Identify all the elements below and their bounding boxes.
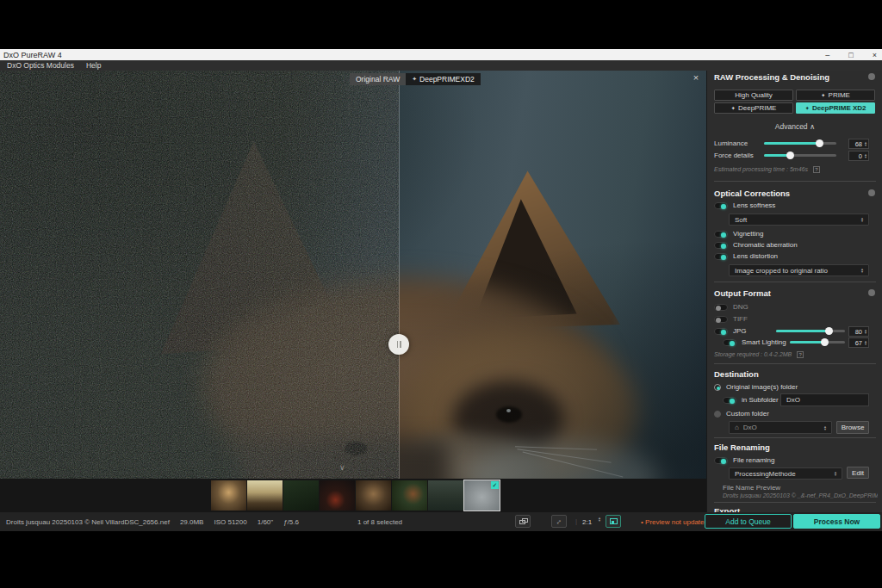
compare-split-handle[interactable] bbox=[388, 334, 409, 355]
process-now-button[interactable]: Process Now bbox=[793, 514, 880, 529]
minimize-button[interactable]: – bbox=[825, 51, 829, 59]
thumbnail-7[interactable] bbox=[428, 480, 463, 511]
custom-folder-radio[interactable] bbox=[714, 411, 721, 418]
zoom-level[interactable]: 2:1 bbox=[582, 518, 592, 526]
maximize-button[interactable]: □ bbox=[848, 51, 853, 59]
image-compare-view[interactable]: Original RAW ✦ DeepPRIMEXD2 × ∨ bbox=[0, 71, 706, 479]
close-compare-icon[interactable]: × bbox=[689, 72, 703, 84]
subfolder-label: in Subfolder bbox=[742, 396, 779, 404]
file-name-preview-label: File Name Preview bbox=[723, 484, 780, 492]
raw-processing-reset-icon[interactable] bbox=[868, 73, 875, 80]
jpg-toggle[interactable] bbox=[714, 328, 728, 335]
fit-screen-button[interactable]: ↕ bbox=[551, 515, 567, 528]
storage-text: Storage required : 0.4-2.2MB bbox=[714, 351, 792, 357]
thumbnail-2[interactable] bbox=[247, 480, 283, 511]
lens-softness-dropdown[interactable]: Soft ▲▼ bbox=[729, 214, 869, 226]
thumbnail-4[interactable] bbox=[320, 480, 355, 511]
renaming-method-dropdown[interactable]: ProcessingMethode ▲▼ bbox=[729, 467, 842, 480]
stepper-down-icon[interactable]: ▼ bbox=[864, 156, 867, 158]
stepper-down-icon[interactable]: ▼ bbox=[864, 331, 867, 334]
custom-folder-dropdown[interactable]: ⌂ DxO ▲▼ bbox=[729, 421, 832, 434]
menu-dxo-optics-modules[interactable]: DxO Optics Modules bbox=[7, 61, 74, 70]
stepper-down-icon[interactable]: ▼ bbox=[864, 144, 867, 146]
status-bar: Droits jusquau 20250103 © Neil VillardDS… bbox=[0, 512, 882, 531]
storage-required: Storage required : 0.4-2.2MB ? bbox=[714, 351, 804, 358]
dng-toggle[interactable] bbox=[714, 304, 728, 311]
file-renaming-toggle[interactable] bbox=[714, 457, 728, 464]
jpg-quality-slider[interactable] bbox=[776, 330, 845, 332]
distortion-toggle[interactable] bbox=[714, 253, 728, 260]
chromatic-label: Chromatic aberration bbox=[733, 241, 798, 249]
preview-placement-button[interactable] bbox=[606, 515, 621, 528]
advanced-toggle[interactable]: Advanced ∧ bbox=[707, 122, 882, 131]
close-button[interactable]: × bbox=[873, 51, 877, 59]
processed-label[interactable]: ✦ DeepPRIMEXD2 bbox=[406, 73, 481, 85]
original-raw-label[interactable]: Original RAW bbox=[350, 73, 406, 85]
subfolder-value: DxO bbox=[786, 396, 800, 404]
processing-time-estimate: Estimated processing time : 5m46s ? bbox=[714, 166, 820, 173]
dng-label: DNG bbox=[733, 303, 748, 311]
add-to-queue-button[interactable]: Add to Queue bbox=[705, 514, 792, 529]
distortion-dropdown[interactable]: Image cropped to original ratio ▲▼ bbox=[729, 264, 869, 276]
help-icon[interactable]: ? bbox=[813, 166, 820, 173]
selected-check-icon: ✓ bbox=[491, 481, 499, 489]
thumbnail-5[interactable] bbox=[356, 480, 391, 511]
section-destination-title: Destination bbox=[714, 369, 759, 379]
edit-button[interactable]: Edit bbox=[847, 467, 869, 479]
sparkle-icon: ✦ bbox=[804, 105, 809, 112]
title-bar: DxO PureRAW 4 – □ × bbox=[0, 49, 882, 60]
original-folder-radio[interactable] bbox=[714, 384, 721, 391]
thumbnail-8-selected[interactable]: ✓ bbox=[464, 480, 500, 511]
smart-lighting-toggle[interactable] bbox=[723, 339, 736, 346]
vignetting-toggle[interactable] bbox=[714, 231, 728, 238]
renaming-method-value: ProcessingMethode bbox=[735, 470, 834, 478]
subfolder-input[interactable]: DxO bbox=[780, 393, 869, 406]
browse-button[interactable]: Browse bbox=[836, 421, 869, 434]
force-details-slider[interactable] bbox=[764, 154, 836, 157]
smart-lighting-value[interactable]: 67 ▲▼ bbox=[848, 337, 869, 348]
process-now-label: Process Now bbox=[814, 517, 860, 526]
smart-lighting-slider[interactable] bbox=[790, 341, 845, 344]
section-output-title: Output Format bbox=[714, 288, 771, 298]
file-name-preview-value: Droits jusquau 20250103 © _&-nef_PR4_DxO… bbox=[723, 492, 878, 498]
stepper-down-icon[interactable]: ▼ bbox=[598, 519, 601, 522]
compare-mode-button[interactable] bbox=[515, 515, 531, 528]
dropdown-down-icon: ▼ bbox=[823, 428, 827, 430]
thumbnail-3[interactable] bbox=[283, 480, 319, 511]
preview-status: • Preview not updated bbox=[641, 518, 708, 526]
lens-softness-value: Soft bbox=[735, 216, 860, 224]
method-prime[interactable]: ✦ PRIME bbox=[796, 90, 875, 101]
divider bbox=[714, 282, 876, 282]
optical-reset-icon[interactable] bbox=[868, 189, 875, 196]
filmstrip-collapse-icon[interactable]: ∨ bbox=[339, 463, 345, 472]
zoom-stepper[interactable]: ▲▼ bbox=[598, 517, 602, 522]
menu-help[interactable]: Help bbox=[86, 61, 101, 70]
tiff-toggle[interactable] bbox=[714, 316, 728, 323]
method-deepprime-xd2-selected[interactable]: ✦ DeepPRIME XD2 bbox=[796, 102, 875, 114]
sparkle-icon: ✦ bbox=[731, 105, 736, 112]
subfolder-toggle[interactable] bbox=[723, 397, 736, 404]
smart-lighting-label: Smart Lighting bbox=[742, 338, 786, 346]
method-label: PRIME bbox=[829, 91, 850, 99]
jpg-quality-value[interactable]: 80 ▲▼ bbox=[848, 326, 869, 337]
force-details-value[interactable]: 0 ▲▼ bbox=[848, 151, 869, 161]
chromatic-toggle[interactable] bbox=[714, 242, 728, 249]
method-high-quality[interactable]: High Quality bbox=[714, 90, 793, 101]
luminance-slider[interactable] bbox=[764, 142, 836, 145]
distortion-label: Lens distortion bbox=[733, 252, 778, 260]
divider bbox=[714, 502, 876, 503]
luminance-value[interactable]: 68 ▲▼ bbox=[848, 139, 869, 149]
compare-labels: Original RAW ✦ DeepPRIMEXD2 bbox=[350, 73, 481, 85]
output-reset-icon[interactable] bbox=[868, 289, 875, 296]
menu-bar: DxO Optics Modules Help bbox=[0, 60, 882, 71]
thumbnail-6[interactable] bbox=[392, 480, 427, 511]
lens-softness-toggle[interactable] bbox=[714, 202, 728, 209]
browse-label: Browse bbox=[842, 424, 865, 431]
divider bbox=[714, 437, 876, 438]
window-title: DxO PureRAW 4 bbox=[3, 51, 62, 59]
thumbnail-1[interactable] bbox=[211, 480, 246, 511]
stepper-down-icon[interactable]: ▼ bbox=[864, 343, 867, 345]
help-icon[interactable]: ? bbox=[797, 351, 804, 358]
method-deepprime[interactable]: ✦ DeepPRIME bbox=[714, 102, 793, 114]
separator: | bbox=[575, 517, 577, 525]
